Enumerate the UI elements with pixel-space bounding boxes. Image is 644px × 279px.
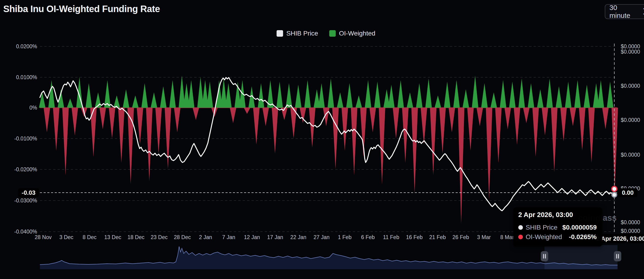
y-axis-right-label: $0.0000 xyxy=(621,49,640,55)
y-axis-left-label: -0.0100% xyxy=(14,136,37,142)
navigator-right-handle[interactable] xyxy=(614,251,621,261)
x-axis-label: 23 Dec xyxy=(151,234,168,240)
x-axis-label: 8 Mar xyxy=(500,234,514,240)
x-axis-label: 28 Dec xyxy=(174,234,191,240)
x-axis-label: 22 Jan xyxy=(290,234,306,240)
x-axis-label: 1 Feb xyxy=(338,234,352,240)
funding-area-negative xyxy=(44,108,618,224)
y-axis-right-label: $0.0000 xyxy=(621,219,640,225)
y-axis-left-label: 0.0200% xyxy=(16,43,37,50)
x-axis-label: 8 Dec xyxy=(82,234,96,240)
y-axis-left-label: 0% xyxy=(30,105,37,111)
x-axis-label: 11 Feb xyxy=(383,234,399,240)
shib-price-marker xyxy=(612,192,617,197)
x-axis-label: 13 Dec xyxy=(104,234,121,240)
oi-weighted-marker xyxy=(612,186,617,191)
y-axis-right-label: $0.0000 xyxy=(621,228,640,234)
reference-right-label: 0.00 xyxy=(622,189,634,196)
y-axis-left-label: 0.0100% xyxy=(16,74,37,80)
x-axis-label: 2 Jan xyxy=(199,234,212,240)
y-axis-right-label: $0.0000 xyxy=(621,117,640,123)
x-axis-label: 3 Dec xyxy=(60,234,73,240)
crosshair-date-label: 2 Apr 2026, 03:00 xyxy=(596,235,644,242)
chart-tooltip: 2 Apr 2026, 03:00 SHIB Price $0.0000059 … xyxy=(513,207,602,246)
x-axis-label: 12 Jan xyxy=(244,234,260,240)
pause-bars-icon xyxy=(545,254,546,258)
x-axis-label: 16 Feb xyxy=(406,234,423,240)
y-axis-left-label: -0.0300% xyxy=(14,197,37,204)
funding-rate-page: { "header": { "title": "Shiba Inu OI-Wei… xyxy=(0,0,644,279)
tooltip-date: 2 Apr 2026, 03:00 xyxy=(518,211,597,219)
funding-area-positive xyxy=(39,75,614,108)
navigator-area[interactable] xyxy=(40,246,618,269)
reference-left-label: -0.03 xyxy=(22,189,35,196)
x-axis-label: 3 Mar xyxy=(477,234,491,240)
x-axis-label: 26 Feb xyxy=(452,234,469,240)
pause-bars-icon xyxy=(543,254,544,258)
x-axis-label: 21 Feb xyxy=(429,234,446,240)
x-axis-label: 6 Feb xyxy=(361,234,375,240)
x-axis-label: 7 Jan xyxy=(222,234,235,240)
y-axis-left-label: -0.0400% xyxy=(14,229,37,235)
shib-price-dot-icon xyxy=(518,225,523,230)
pause-bars-icon xyxy=(618,254,619,258)
x-axis-label: 28 Nov xyxy=(35,234,52,240)
tooltip-row-oi: OI-Weighted -0.0265% xyxy=(518,233,597,241)
x-axis-label: 17 Jan xyxy=(267,234,283,240)
pause-bars-icon xyxy=(616,254,617,258)
y-axis-right-label: $0.0000 xyxy=(621,152,640,158)
x-axis-label: 27 Jan xyxy=(314,234,330,240)
y-axis-right-label: $0.0000 xyxy=(621,83,640,89)
y-axis-left-label: -0.0200% xyxy=(14,166,37,172)
navigator-left-handle[interactable] xyxy=(541,251,548,261)
tooltip-row-shib: SHIB Price $0.0000059 xyxy=(518,224,597,231)
oi-weighted-dot-icon xyxy=(518,235,523,239)
x-axis-label: 18 Dec xyxy=(128,234,144,240)
